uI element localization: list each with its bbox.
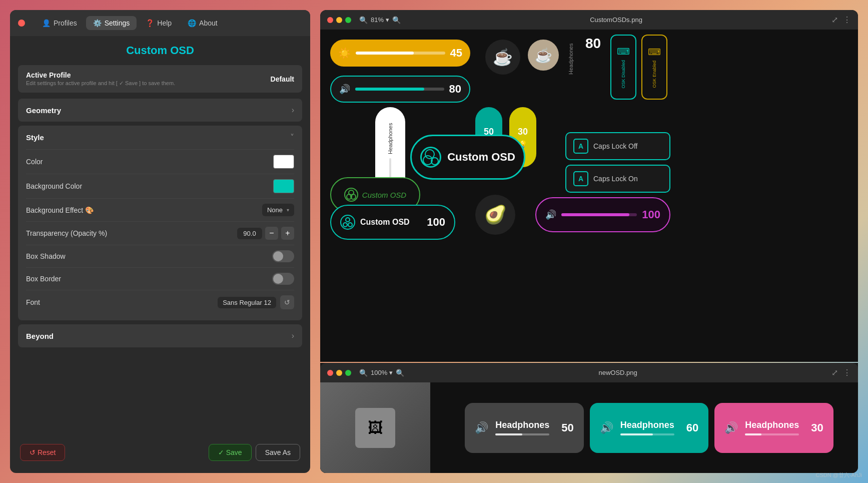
box-shadow-toggle[interactable]	[272, 250, 294, 262]
zoom-in-icon[interactable]: 🔍	[392, 16, 401, 24]
reset-button[interactable]: ↺ Reset	[20, 444, 65, 461]
zoom-out-icon[interactable]: 🔍	[359, 16, 368, 24]
image-viewer-1: 🔍 81% ▾ 🔍 CustomOSDs.png ⤢ ⋮ ☀️ 45	[320, 10, 858, 362]
zoom-controls-2: 🔍 100% ▾ 🔍	[359, 369, 404, 377]
geometry-label: Geometry	[26, 106, 61, 115]
hp60-bar-value: 60	[686, 421, 698, 434]
zoom-text-2: 100%	[371, 369, 387, 376]
style-label: Style	[26, 133, 44, 142]
zoom-value-2[interactable]: 100% ▾	[371, 369, 393, 376]
zoom-dropdown-icon-2: ▾	[389, 369, 393, 376]
zoom-controls-1: 🔍 81% ▾ 🔍	[359, 16, 401, 24]
close-button[interactable]	[18, 20, 25, 27]
tab-settings-label: Settings	[105, 19, 130, 27]
custom-val-label: Custom OSD	[360, 218, 422, 227]
style-header[interactable]: Style ˅	[18, 126, 302, 149]
zoom-in-icon-2[interactable]: 🔍	[396, 369, 404, 377]
opacity-increase-button[interactable]: +	[281, 227, 294, 240]
traffic-light-red-2[interactable]	[327, 370, 333, 376]
opacity-value: 90.0	[237, 228, 262, 239]
osd-number-80: 80	[585, 36, 601, 52]
osd-custom-val: Custom OSD 100	[330, 205, 455, 240]
transparency-label: Transparency (Opacity %)	[26, 229, 107, 237]
bg-effect-dropdown[interactable]: None ▾	[262, 204, 294, 216]
custom-green-icon	[344, 188, 358, 202]
beyond-section[interactable]: Beyond ›	[18, 324, 302, 347]
font-row: Font Sans Regular 12 ↺	[26, 290, 294, 314]
thumb-strip: 🖼	[320, 382, 430, 473]
hp50-fill	[495, 433, 522, 435]
traffic-light-yellow-2[interactable]	[336, 370, 342, 376]
dropdown-arrow-icon: ▾	[287, 207, 289, 213]
image-viewer-2: 🔍 100% ▾ 🔍 newOSD.png ⤢ ⋮ 🖼	[320, 363, 858, 473]
bg-color-label: Background Color	[26, 182, 82, 190]
osd-volume: 🔊 80	[330, 76, 470, 103]
tab-about-label: About	[199, 19, 218, 27]
osd-custom-teal-large: Custom OSD	[410, 135, 525, 180]
bottom-buttons: ↺ Reset ✓ Save Save As	[10, 436, 310, 463]
traffic-light-green[interactable]	[345, 17, 351, 23]
panel-header: Custom OSD	[10, 36, 310, 65]
font-reset-button[interactable]: ↺	[280, 295, 294, 309]
volume-bar	[355, 88, 444, 91]
tab-help[interactable]: ❓ Help	[139, 16, 179, 30]
zoom-text-1: 81%	[371, 16, 384, 24]
beyond-chevron-icon: ›	[292, 331, 294, 340]
menu-icon-2[interactable]: ⋮	[843, 368, 851, 377]
box-border-toggle[interactable]	[272, 273, 294, 285]
menu-icon[interactable]: ⋮	[843, 15, 851, 25]
tab-about[interactable]: 🌐 About	[181, 16, 225, 30]
volume-value: 80	[449, 83, 461, 96]
profiles-icon: 👤	[42, 19, 51, 27]
zoom-out-icon-2[interactable]: 🔍	[359, 369, 368, 377]
thumb-preview: 🖼	[355, 408, 395, 448]
pink-vol-bar	[561, 213, 637, 216]
save-as-button[interactable]: Save As	[256, 444, 300, 461]
pink-vol-value: 100	[642, 208, 660, 221]
viewer-2-canvas: 🖼 🔊 Headphones 50	[320, 382, 858, 473]
active-profile-label: Active Profile	[26, 71, 175, 79]
hp60-speaker-icon: 🔊	[600, 421, 613, 434]
traffic-light-yellow[interactable]	[336, 17, 342, 23]
color-label: Color	[26, 158, 43, 166]
save-button[interactable]: ✓ Save	[209, 444, 252, 461]
viewer-1-toolbar: 🔍 81% ▾ 🔍 CustomOSDs.png ⤢ ⋮	[320, 10, 858, 30]
hp30-label: Headphones	[745, 420, 799, 430]
bg-color-swatch[interactable]	[273, 179, 294, 193]
hp60-inner: Headphones	[620, 420, 674, 435]
bg-effect-label: Background Effect 🎨	[26, 206, 94, 214]
opacity-decrease-button[interactable]: −	[265, 227, 278, 240]
geometry-section[interactable]: Geometry ›	[18, 99, 302, 122]
bg-effect-value: None	[267, 206, 283, 214]
osd-coffee-light: ☕	[528, 40, 559, 71]
osk-disabled-icon: ⌨	[617, 46, 630, 57]
custom-osd-teal-icon	[420, 147, 441, 168]
volume-fill	[355, 88, 424, 91]
font-value: Sans Regular 12	[218, 297, 276, 308]
left-panel: 👤 Profiles ⚙️ Settings ❓ Help 🌐 About Cu…	[10, 10, 310, 473]
active-profile-info: Active Profile Edit settings for active …	[26, 71, 175, 87]
traffic-light-red[interactable]	[327, 17, 333, 23]
headphones-bar-60: 🔊 Headphones 60	[590, 403, 709, 453]
box-shadow-row: Box Shadow	[26, 245, 294, 267]
hp60-fill	[620, 433, 653, 435]
traffic-light-green-2[interactable]	[345, 370, 351, 376]
style-chevron-icon: ˅	[290, 133, 294, 142]
brightness-value: 45	[450, 47, 462, 60]
tab-settings[interactable]: ⚙️ Settings	[86, 16, 137, 30]
tab-help-label: Help	[157, 19, 172, 27]
zoom-value-1[interactable]: 81% ▾	[371, 16, 389, 24]
tab-profiles[interactable]: 👤 Profiles	[35, 16, 84, 30]
hp50-progress	[495, 433, 549, 435]
viewer-1-canvas: ☀️ 45 ☕ ☕ Headphones 80 ⌨ OSK Disabled	[320, 30, 858, 362]
bg-color-row: Background Color	[26, 174, 294, 198]
expand-icon[interactable]: ⤢	[831, 15, 838, 25]
hp50-inner: Headphones	[495, 420, 549, 435]
hp60-label: Headphones	[620, 420, 674, 430]
osk-disabled-text: OSK Disabled	[621, 60, 626, 89]
color-swatch[interactable]	[273, 155, 294, 169]
custom-green-text: Custom OSD	[362, 191, 406, 199]
expand-icon-2[interactable]: ⤢	[831, 368, 838, 377]
osk-enabled-icon: ⌨	[648, 47, 661, 58]
toggle-knob-border	[273, 274, 283, 284]
